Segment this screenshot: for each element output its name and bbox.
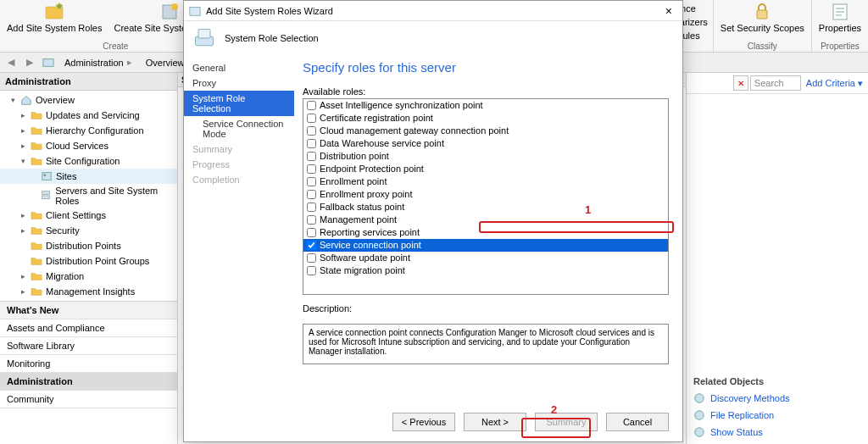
nav-item-sites[interactable]: Sites	[0, 169, 177, 184]
tree-arrow-icon: ▾	[8, 96, 17, 104]
nav-item-label: Management Insights	[46, 286, 135, 297]
role-asset-intelligence-synchronization-point[interactable]: Asset Intelligence synchronization point	[303, 99, 668, 112]
wunderbar-software-library[interactable]: Software Library	[0, 337, 177, 355]
close-icon[interactable]: ×	[660, 4, 677, 18]
role-label: Cloud management gateway connection poin…	[320, 125, 509, 137]
role-label: State migration point	[320, 264, 405, 277]
breadcrumb-seg[interactable]: Administration▸	[59, 55, 137, 69]
nav-tree: ▾Overview▸Updates and Servicing▸Hierarch…	[0, 91, 177, 301]
available-roles-list[interactable]: Asset Intelligence synchronization point…	[303, 98, 669, 295]
wunderbar-what-s-new[interactable]: What's New	[0, 302, 177, 319]
role-cloud-management-gateway-connection-point[interactable]: Cloud management gateway connection poin…	[303, 125, 668, 137]
role-checkbox[interactable]	[307, 152, 316, 161]
wizard-step-general[interactable]: General	[184, 60, 294, 75]
role-label: Distribution point	[320, 150, 389, 163]
wunderbar-community[interactable]: Community	[0, 391, 177, 408]
nav-context-icon[interactable]	[41, 55, 56, 70]
nav-item-security[interactable]: ▸Security	[0, 223, 177, 238]
role-checkbox[interactable]	[307, 114, 316, 123]
role-checkbox[interactable]	[307, 203, 316, 212]
role-checkbox[interactable]	[307, 241, 316, 250]
svg-point-24	[695, 428, 704, 437]
role-reporting-services-point[interactable]: Reporting services point	[303, 226, 668, 239]
nav-item-hierarchy-configuration[interactable]: ▸Hierarchy Configuration	[0, 123, 177, 138]
tree-arrow-icon: ▸	[19, 226, 27, 235]
nav-item-label: Hierarchy Configuration	[46, 125, 144, 136]
next-button[interactable]: Next >	[464, 413, 526, 431]
nav-item-site-configuration[interactable]: ▾Site Configuration	[0, 153, 177, 169]
nav-item-management-insights[interactable]: ▸Management Insights	[0, 284, 177, 299]
clear-search-button[interactable]: ✕	[733, 75, 748, 91]
wizard-step-proxy[interactable]: Proxy	[184, 75, 294, 91]
role-checkbox[interactable]	[307, 164, 316, 174]
svg-text:★: ★	[55, 2, 64, 11]
tree-arrow-icon: ▸	[19, 272, 27, 280]
nav-item-migration[interactable]: ▸Migration	[0, 269, 177, 284]
svg-rect-19	[44, 174, 47, 176]
chevron-right-icon: ▸	[127, 57, 132, 68]
detail-search[interactable]: Search	[750, 75, 801, 91]
role-management-point[interactable]: Management point	[303, 214, 668, 226]
nav-item-overview[interactable]: ▾Overview	[0, 92, 177, 108]
related-file-replication[interactable]: File Replication	[693, 407, 861, 424]
role-checkbox[interactable]	[307, 126, 316, 136]
tree-arrow-icon: ▸	[19, 287, 27, 296]
ribbon-add-site-system-roles[interactable]: ★ Add Site System Roles	[3, 0, 106, 33]
svg-rect-18	[42, 173, 52, 180]
role-software-update-point[interactable]: Software update point	[303, 252, 668, 264]
role-distribution-point[interactable]: Distribution point	[303, 150, 668, 163]
role-checkbox[interactable]	[307, 190, 316, 199]
wunderbar-assets-and-compliance[interactable]: Assets and Compliance	[0, 319, 177, 337]
nav-fwd-icon[interactable]: ▶	[22, 55, 37, 70]
role-checkbox[interactable]	[307, 177, 316, 186]
cancel-button[interactable]: Cancel	[606, 413, 669, 431]
wizard-step-summary: Summary	[184, 142, 294, 157]
wizard-step-system-role-selection[interactable]: System Role Selection	[184, 91, 294, 116]
nav-item-distribution-points[interactable]: Distribution Points	[0, 238, 177, 253]
role-data-warehouse-service-point[interactable]: Data Warehouse service point	[303, 137, 668, 150]
role-state-migration-point[interactable]: State migration point	[303, 264, 668, 277]
wunderbar-monitoring[interactable]: Monitoring	[0, 355, 177, 373]
wunderbar-administration[interactable]: Administration	[0, 373, 177, 391]
wizard-icon	[189, 5, 201, 17]
role-label: Certificate registration point	[320, 112, 433, 125]
role-checkbox[interactable]	[307, 266, 316, 275]
annotation-label-1: 1	[585, 203, 591, 216]
ribbon-btn-label: Set Security Scopes	[721, 24, 804, 33]
role-label: Enrollment point	[320, 175, 387, 188]
detail-pane: ✕ Search Add Criteria ▾ Related Objects …	[686, 73, 868, 444]
role-label: Software update point	[320, 252, 410, 264]
role-checkbox[interactable]	[307, 101, 316, 110]
nav-item-cloud-services[interactable]: ▸Cloud Services	[0, 138, 177, 153]
role-enrollment-point[interactable]: Enrollment point	[303, 175, 668, 188]
nav-item-servers-and-site-system-roles[interactable]: Servers and Site System Roles	[0, 184, 177, 208]
role-fallback-status-point[interactable]: Fallback status point	[303, 201, 668, 214]
add-criteria-button[interactable]: Add Criteria ▾	[803, 78, 863, 89]
tree-arrow-icon: ▸	[19, 111, 27, 119]
role-enrollment-proxy-point[interactable]: Enrollment proxy point	[303, 188, 668, 201]
nav-item-updates-and-servicing[interactable]: ▸Updates and Servicing	[0, 108, 177, 123]
role-certificate-registration-point[interactable]: Certificate registration point	[303, 112, 668, 125]
add-site-system-roles-wizard-dialog: Add Site System Roles Wizard × System Ro…	[183, 0, 683, 442]
role-checkbox[interactable]	[307, 253, 316, 263]
role-service-connection-point[interactable]: Service connection point	[303, 239, 668, 252]
role-label: Reporting services point	[320, 226, 420, 239]
ribbon-set-security-scopes[interactable]: Set Security Scopes	[717, 0, 808, 33]
role-label: Fallback status point	[320, 201, 404, 214]
ribbon-properties[interactable]: Properties	[815, 0, 865, 33]
wizard-step-service-connection-mode[interactable]: Service Connection Mode	[184, 116, 294, 142]
role-endpoint-protection-point[interactable]: Endpoint Protection point	[303, 163, 668, 175]
dialog-title: Add Site System Roles Wizard	[206, 6, 333, 16]
related-show-status[interactable]: Show Status	[693, 424, 861, 441]
role-checkbox[interactable]	[307, 215, 316, 225]
role-checkbox[interactable]	[307, 139, 316, 148]
role-checkbox[interactable]	[307, 228, 316, 237]
related-discovery-methods[interactable]: Discovery Methods	[693, 390, 861, 407]
role-label: Management point	[320, 214, 397, 226]
nav-back-icon[interactable]: ◀	[3, 55, 19, 70]
summary-button[interactable]: Summary	[535, 413, 598, 431]
nav-item-distribution-point-groups[interactable]: Distribution Point Groups	[0, 253, 177, 269]
svg-point-4	[171, 3, 178, 10]
nav-item-client-settings[interactable]: ▸Client Settings	[0, 208, 177, 223]
previous-button[interactable]: < Previous	[392, 413, 455, 431]
